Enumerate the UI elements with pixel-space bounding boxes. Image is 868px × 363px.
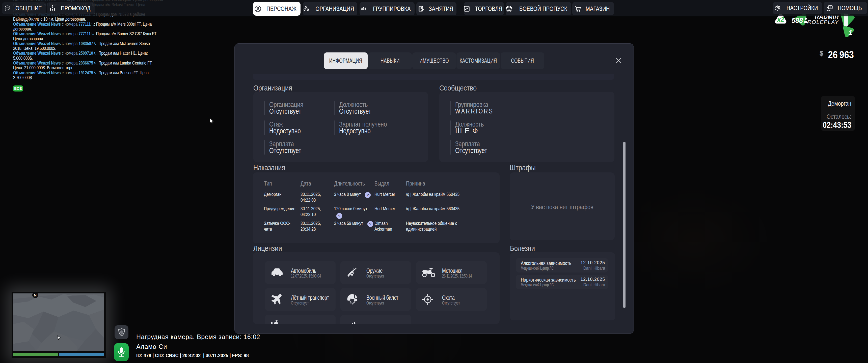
svg-text:1: 1 bbox=[848, 29, 852, 37]
svg-text:x2: x2 bbox=[777, 16, 784, 23]
